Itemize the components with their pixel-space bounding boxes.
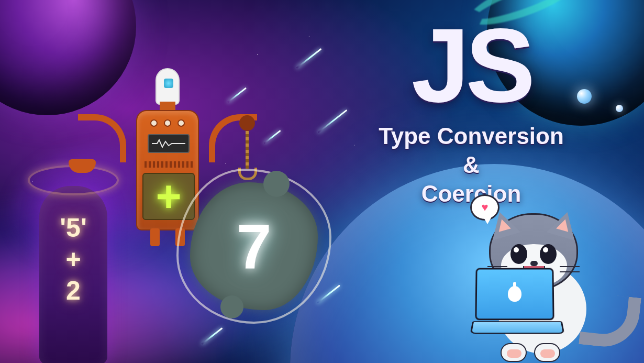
robot-operator: + — [156, 183, 181, 210]
cat-paw-right — [534, 343, 560, 362]
cat-paw-left — [501, 343, 527, 362]
title-js: JS — [351, 16, 592, 115]
robot-cap — [156, 68, 180, 105]
cat-whisker — [560, 266, 580, 267]
robot-claw-stem — [246, 131, 249, 169]
cat-whisker — [487, 266, 507, 267]
cat-with-laptop: ♥ — [466, 195, 623, 363]
robot-arm-left — [78, 114, 126, 162]
laptop-base — [470, 321, 565, 334]
subtitle-line: & — [351, 150, 592, 179]
laptop-screen — [475, 268, 554, 321]
heart-icon: ♥ — [481, 201, 488, 214]
robot-heartbeat-screen — [148, 134, 190, 153]
cat-eye-left — [510, 244, 527, 264]
robot-indicator-dots — [137, 119, 198, 127]
laptop — [471, 268, 564, 337]
apple-logo-icon — [508, 286, 521, 302]
planet-small-2 — [616, 105, 623, 112]
expression-line: 2 — [39, 275, 107, 306]
headline-block: JS Type Conversion & Coercion — [351, 16, 592, 208]
cat-ear-right — [546, 208, 581, 240]
result-value: 7 — [181, 173, 327, 320]
subtitle-line: Type Conversion — [351, 122, 592, 150]
expression-text: '5' + 2 — [39, 212, 107, 306]
cat-eye-right — [540, 244, 557, 264]
input-monolith: '5' + 2 — [39, 186, 107, 363]
cat-nose — [530, 261, 538, 266]
result-blob: 7 — [181, 173, 327, 320]
expression-line: '5' — [39, 212, 107, 244]
expression-line: + — [39, 244, 107, 275]
robot-grate — [145, 161, 193, 168]
robot-claw-ball — [239, 115, 255, 131]
